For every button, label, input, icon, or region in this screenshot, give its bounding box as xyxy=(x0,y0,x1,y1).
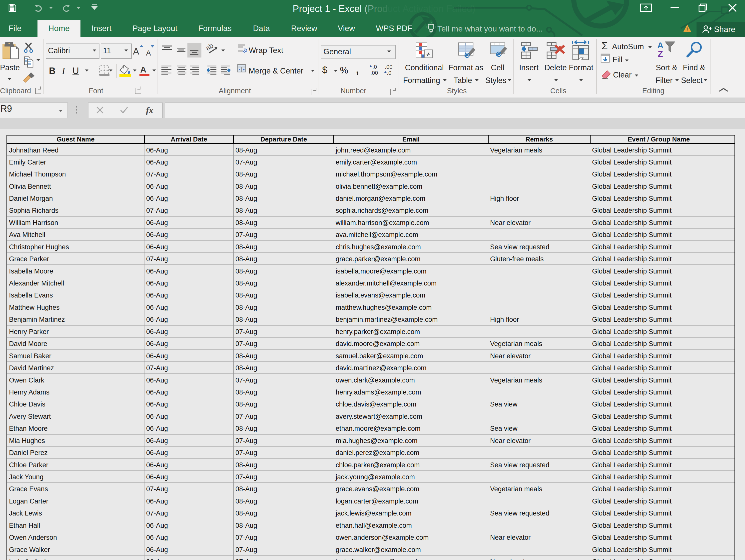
svg-text:ab: ab xyxy=(206,43,215,52)
svg-text:≠: ≠ xyxy=(426,50,430,58)
svg-text:.00: .00 xyxy=(370,70,378,76)
svg-text:A: A xyxy=(657,41,663,50)
svg-text:.0: .0 xyxy=(387,70,391,76)
svg-text:fx: fx xyxy=(146,105,154,115)
svg-text:.00: .00 xyxy=(385,64,393,70)
svg-text:.0: .0 xyxy=(372,64,377,70)
svg-text:Z: Z xyxy=(658,49,663,59)
